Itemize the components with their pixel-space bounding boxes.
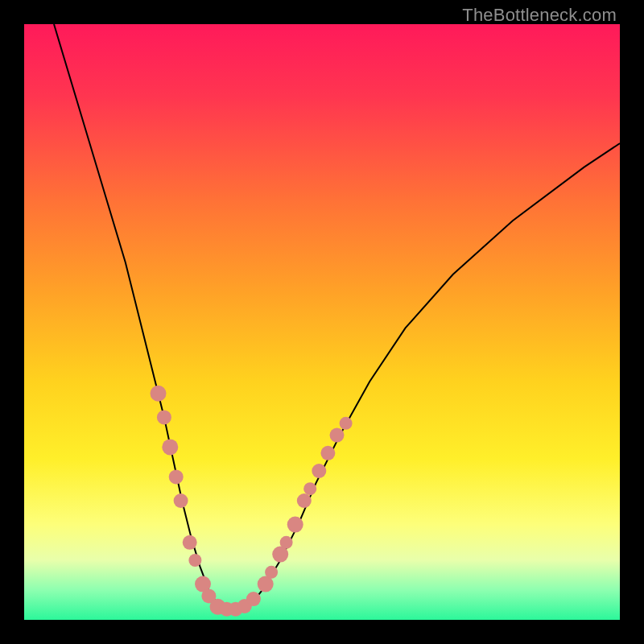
chart-frame: TheBottleneck.com	[0, 0, 644, 644]
plot-area	[24, 24, 620, 620]
highlight-dot	[183, 535, 197, 550]
highlight-dot	[265, 566, 278, 579]
highlight-dot	[297, 493, 312, 508]
highlight-dot	[174, 493, 188, 508]
highlight-dot	[340, 417, 353, 430]
highlight-dot	[312, 464, 326, 478]
chart-svg	[24, 24, 620, 620]
highlight-dot	[162, 439, 178, 455]
highlight-dot	[169, 469, 184, 484]
watermark-text: TheBottleneck.com	[462, 5, 617, 26]
highlight-dot	[280, 536, 293, 549]
highlight-dot	[330, 428, 345, 443]
highlight-dot	[188, 554, 201, 567]
highlight-dot	[157, 410, 171, 424]
highlight-dot	[246, 592, 261, 606]
highlight-dot	[287, 517, 303, 533]
highlight-dot	[151, 386, 167, 402]
highlight-dot	[320, 446, 335, 460]
bottleneck-curve	[54, 24, 620, 609]
highlight-dot	[303, 482, 316, 495]
highlight-dots-group	[151, 386, 353, 617]
